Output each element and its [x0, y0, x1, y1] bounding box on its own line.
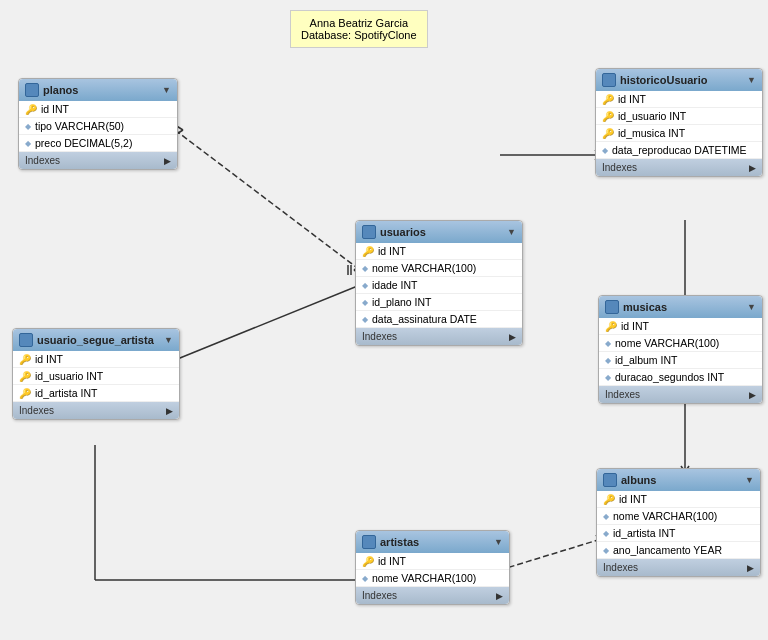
field-icon: ◆	[603, 546, 609, 555]
albuns-field-3: ◆ id_artista INT	[597, 525, 760, 542]
table-albuns: albuns ▼ 🔑 id INT ◆ nome VARCHAR(100) ◆ …	[596, 468, 761, 577]
field-icon: ◆	[362, 315, 368, 324]
dropdown-musicas[interactable]: ▼	[747, 302, 756, 312]
table-usuarios: usuarios ▼ 🔑 id INT ◆ nome VARCHAR(100) …	[355, 220, 523, 346]
fk-icon: 🔑	[602, 111, 614, 122]
table-name-planos: planos	[43, 84, 78, 96]
artistas-field-2: ◆ nome VARCHAR(100)	[356, 570, 509, 587]
historico-field-3: 🔑 id_musica INT	[596, 125, 762, 142]
usuario-segue-field-3: 🔑 id_artista INT	[13, 385, 179, 402]
indexes-musicas[interactable]: Indexes ▶	[599, 386, 762, 403]
musicas-field-2: ◆ nome VARCHAR(100)	[599, 335, 762, 352]
svg-line-20	[500, 540, 598, 570]
indexes-arrow: ▶	[749, 390, 756, 400]
field-icon: ◆	[602, 146, 608, 155]
table-historico: historicoUsuario ▼ 🔑 id INT 🔑 id_usuario…	[595, 68, 763, 177]
planos-field-1: 🔑 id INT	[19, 101, 177, 118]
key-icon: 🔑	[362, 556, 374, 567]
indexes-arrow: ▶	[747, 563, 754, 573]
musicas-field-4: ◆ duracao_segundos INT	[599, 369, 762, 386]
table-planos: planos ▼ 🔑 id INT ◆ tipo VARCHAR(50) ◆ p…	[18, 78, 178, 170]
table-header-historico[interactable]: historicoUsuario ▼	[596, 69, 762, 91]
title-line1: Anna Beatriz Garcia	[301, 17, 417, 29]
usuarios-field-3: ◆ idade INT	[356, 277, 522, 294]
planos-field-3: ◆ preco DECIMAL(5,2)	[19, 135, 177, 152]
table-icon-artistas	[362, 535, 376, 549]
table-name-musicas: musicas	[623, 301, 667, 313]
svg-line-25	[175, 285, 360, 360]
field-icon: ◆	[25, 139, 31, 148]
historico-field-1: 🔑 id INT	[596, 91, 762, 108]
key-icon: 🔑	[605, 321, 617, 332]
historico-field-2: 🔑 id_usuario INT	[596, 108, 762, 125]
usuarios-field-1: 🔑 id INT	[356, 243, 522, 260]
dropdown-historico[interactable]: ▼	[747, 75, 756, 85]
albuns-field-1: 🔑 id INT	[597, 491, 760, 508]
indexes-planos[interactable]: Indexes ▶	[19, 152, 177, 169]
indexes-arrow: ▶	[509, 332, 516, 342]
field-icon: ◆	[605, 339, 611, 348]
artistas-field-1: 🔑 id INT	[356, 553, 509, 570]
field-icon: ◆	[603, 529, 609, 538]
table-header-planos[interactable]: planos ▼	[19, 79, 177, 101]
field-icon: ◆	[605, 356, 611, 365]
usuarios-field-5: ◆ data_assinatura DATE	[356, 311, 522, 328]
field-icon: ◆	[362, 281, 368, 290]
table-musicas: musicas ▼ 🔑 id INT ◆ nome VARCHAR(100) ◆…	[598, 295, 763, 404]
dropdown-artistas[interactable]: ▼	[494, 537, 503, 547]
key-icon: 🔑	[25, 104, 37, 115]
indexes-arrow: ▶	[749, 163, 756, 173]
table-name-usuarios: usuarios	[380, 226, 426, 238]
fk-icon: 🔑	[19, 388, 31, 399]
table-icon-usuarios	[362, 225, 376, 239]
usuario-segue-field-2: 🔑 id_usuario INT	[13, 368, 179, 385]
title-box: Anna Beatriz Garcia Database: SpotifyClo…	[290, 10, 428, 48]
field-icon: ◆	[362, 264, 368, 273]
key-icon: 🔑	[362, 246, 374, 257]
albuns-field-4: ◆ ano_lancamento YEAR	[597, 542, 760, 559]
table-usuario-segue: usuario_segue_artista ▼ 🔑 id INT 🔑 id_us…	[12, 328, 180, 420]
field-icon: ◆	[605, 373, 611, 382]
indexes-usuario-segue[interactable]: Indexes ▶	[13, 402, 179, 419]
table-icon-usuario-segue	[19, 333, 33, 347]
key-icon: 🔑	[19, 354, 31, 365]
field-icon: ◆	[603, 512, 609, 521]
musicas-field-1: 🔑 id INT	[599, 318, 762, 335]
fk-icon: 🔑	[19, 371, 31, 382]
indexes-albuns[interactable]: Indexes ▶	[597, 559, 760, 576]
usuarios-field-4: ◆ id_plano INT	[356, 294, 522, 311]
usuarios-field-2: ◆ nome VARCHAR(100)	[356, 260, 522, 277]
field-icon: ◆	[362, 298, 368, 307]
indexes-historico[interactable]: Indexes ▶	[596, 159, 762, 176]
table-icon-planos	[25, 83, 39, 97]
table-header-artistas[interactable]: artistas ▼	[356, 531, 509, 553]
indexes-usuarios[interactable]: Indexes ▶	[356, 328, 522, 345]
usuario-segue-field-1: 🔑 id INT	[13, 351, 179, 368]
field-icon: ◆	[362, 574, 368, 583]
dropdown-usuario-segue[interactable]: ▼	[164, 335, 173, 345]
musicas-field-3: ◆ id_album INT	[599, 352, 762, 369]
fk-icon: 🔑	[602, 128, 614, 139]
planos-field-2: ◆ tipo VARCHAR(50)	[19, 118, 177, 135]
table-name-historico: historicoUsuario	[620, 74, 707, 86]
table-name-albuns: albuns	[621, 474, 656, 486]
table-header-musicas[interactable]: musicas ▼	[599, 296, 762, 318]
table-header-usuario-segue[interactable]: usuario_segue_artista ▼	[13, 329, 179, 351]
dropdown-planos[interactable]: ▼	[162, 85, 171, 95]
table-name-usuario-segue: usuario_segue_artista	[37, 334, 154, 346]
dropdown-usuarios[interactable]: ▼	[507, 227, 516, 237]
key-icon: 🔑	[603, 494, 615, 505]
svg-line-0	[175, 130, 360, 270]
table-header-usuarios[interactable]: usuarios ▼	[356, 221, 522, 243]
title-line2: Database: SpotifyClone	[301, 29, 417, 41]
indexes-arrow: ▶	[164, 156, 171, 166]
indexes-arrow: ▶	[496, 591, 503, 601]
table-icon-musicas	[605, 300, 619, 314]
dropdown-albuns[interactable]: ▼	[745, 475, 754, 485]
table-artistas: artistas ▼ 🔑 id INT ◆ nome VARCHAR(100) …	[355, 530, 510, 605]
field-icon: ◆	[25, 122, 31, 131]
table-header-albuns[interactable]: albuns ▼	[597, 469, 760, 491]
indexes-arrow: ▶	[166, 406, 173, 416]
table-name-artistas: artistas	[380, 536, 419, 548]
indexes-artistas[interactable]: Indexes ▶	[356, 587, 509, 604]
